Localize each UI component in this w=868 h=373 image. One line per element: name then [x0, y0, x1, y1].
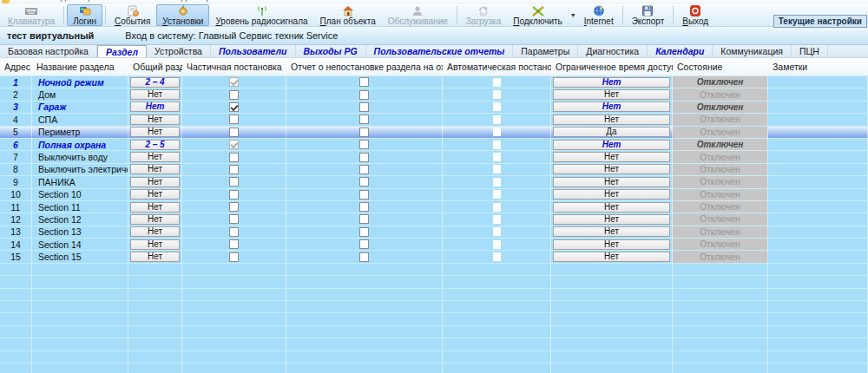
checkbox-unchecked[interactable]: [229, 165, 239, 174]
common-section-value[interactable]: 2 – 5: [130, 140, 180, 150]
checkbox-unchecked[interactable]: [229, 177, 239, 186]
tab-выходы-pg[interactable]: Выходы PG: [296, 45, 366, 57]
limited-access-value[interactable]: Нет: [553, 189, 670, 200]
table-row[interactable]: 2ДомНетНетОтключен: [0, 88, 868, 101]
tab-календари[interactable]: Календари: [648, 45, 713, 57]
checkbox-unchecked[interactable]: [359, 90, 369, 100]
checkbox-unchecked[interactable]: [359, 115, 369, 124]
tab-диагностика[interactable]: Диагностика: [578, 45, 648, 57]
common-section-value[interactable]: Нет: [130, 101, 180, 112]
common-section-value[interactable]: Нет: [130, 252, 180, 262]
common-section-value[interactable]: Нет: [130, 177, 180, 187]
checkbox-unchecked[interactable]: [229, 214, 239, 224]
toolbar-button-house[interactable]: План объекта: [314, 4, 382, 26]
connect-dropdown-caret-icon[interactable]: ▼: [569, 12, 578, 18]
checkbox-unchecked[interactable]: [229, 128, 239, 137]
limited-access-value[interactable]: Нет: [553, 252, 670, 262]
column-header[interactable]: Общий раздел: [128, 58, 182, 75]
checkbox-unchecked[interactable]: [359, 239, 369, 249]
limited-access-value[interactable]: Нет: [553, 164, 670, 174]
toolbar-button-events[interactable]: События: [108, 4, 156, 26]
limited-access-value[interactable]: Нет: [553, 177, 670, 187]
checkbox-unchecked[interactable]: [359, 128, 369, 137]
table-row[interactable]: 4СПАНетНетОтключен: [0, 114, 868, 126]
checkbox-checked[interactable]: [229, 102, 239, 112]
table-row[interactable]: 13Section 13НетНетОтключен: [0, 226, 868, 239]
table-row[interactable]: 14Section 14НетНетОтключен: [0, 239, 868, 251]
table-row[interactable]: 10Section 10НетНетОтключен: [0, 189, 868, 201]
limited-access-value[interactable]: Нет: [553, 89, 670, 100]
checkbox-unchecked[interactable]: [359, 77, 369, 87]
column-header[interactable]: Автоматическая постановка: [443, 58, 551, 75]
column-header[interactable]: Частичная постановка: [182, 58, 286, 75]
tab-устройства[interactable]: Устройства: [147, 45, 211, 57]
checkbox-unchecked[interactable]: [229, 202, 239, 212]
checkbox-unchecked[interactable]: [229, 153, 239, 162]
table-row[interactable]: 12Section 12НетНетОтключен: [0, 213, 868, 226]
limited-access-value[interactable]: Нет: [553, 152, 670, 162]
toolbar-button-signal[interactable]: Уровень радиосигнала: [209, 4, 313, 26]
common-section-value[interactable]: Нет: [130, 89, 180, 100]
tab-раздел[interactable]: Раздел: [97, 45, 147, 57]
table-row[interactable]: 8Выключить электричествоНетНетОтключен: [0, 164, 868, 176]
common-section-value[interactable]: Нет: [130, 214, 180, 225]
checkbox-unchecked[interactable]: [229, 90, 239, 100]
column-header[interactable]: Ограниченное время доступа: [551, 58, 673, 75]
toolbar-button-settings[interactable]: Установки: [156, 4, 209, 26]
limited-access-value[interactable]: Да: [553, 127, 670, 137]
common-section-value[interactable]: Нет: [130, 115, 180, 125]
tab-коммуникация[interactable]: Коммуникация: [713, 45, 792, 57]
checkbox-unchecked[interactable]: [359, 202, 369, 212]
table-row[interactable]: 5ПериметрНетДаОтключен: [0, 127, 868, 139]
table-row[interactable]: 3ГаражНетНетОтключен: [0, 101, 868, 114]
toolbar-button-floppy-export[interactable]: Экспорт: [626, 4, 671, 26]
limited-access-value[interactable]: Нет: [553, 101, 670, 112]
table-row[interactable]: 1Ночной режим2 – 4НетОтключен: [0, 76, 868, 88]
current-settings-tab[interactable]: Текущие настройки: [773, 15, 867, 28]
toolbar-button-exit[interactable]: Выход: [676, 4, 714, 26]
checkbox-unchecked[interactable]: [229, 115, 239, 124]
column-header[interactable]: Заметки: [768, 58, 868, 75]
checkbox-unchecked[interactable]: [359, 140, 369, 149]
checkbox-unchecked[interactable]: [229, 190, 239, 200]
tab-пцн[interactable]: ПЦН: [792, 45, 828, 57]
common-section-value[interactable]: Нет: [130, 202, 180, 213]
table-row[interactable]: 11Section 11НетНетОтключен: [0, 201, 868, 213]
tab-пользователи[interactable]: Пользователи: [211, 45, 296, 57]
column-header[interactable]: Состояние: [673, 58, 768, 75]
column-header[interactable]: Адрес: [0, 58, 32, 75]
limited-access-value[interactable]: Нет: [553, 239, 670, 250]
checkbox-unchecked[interactable]: [359, 153, 369, 162]
toolbar-button-connect[interactable]: Подключить: [507, 4, 569, 26]
table-row[interactable]: 6Полная охрана2 – 5НетОтключен: [0, 139, 868, 151]
checkbox-unchecked[interactable]: [359, 252, 369, 262]
checkbox-unchecked[interactable]: [229, 239, 239, 249]
toolbar-button-login[interactable]: Логин: [67, 4, 102, 26]
checkbox-unchecked[interactable]: [359, 165, 369, 174]
table-row[interactable]: 7Выключить водуНетНетОтключен: [0, 151, 868, 163]
column-header[interactable]: Название раздела: [32, 58, 128, 75]
checkbox-unchecked[interactable]: [359, 227, 369, 237]
limited-access-value[interactable]: Нет: [553, 214, 670, 225]
checkbox-unchecked[interactable]: [359, 190, 369, 200]
tab-пользовательские-отчеты[interactable]: Пользовательские отчеты: [366, 45, 514, 57]
column-header[interactable]: Отчет о непостановке раздела на охрану: [286, 58, 443, 75]
common-section-value[interactable]: Нет: [130, 164, 180, 174]
checkbox-unchecked[interactable]: [359, 177, 369, 186]
checkbox-unchecked[interactable]: [229, 227, 239, 237]
common-section-value[interactable]: Нет: [130, 226, 180, 237]
tab-параметры[interactable]: Параметры: [513, 45, 578, 57]
table-row[interactable]: 9ПАНИКАНетНетОтключен: [0, 176, 868, 188]
checkbox-unchecked[interactable]: [359, 102, 369, 112]
tab-базовая-настройка[interactable]: Базовая настройка: [0, 45, 97, 57]
common-section-value[interactable]: Нет: [130, 239, 180, 250]
limited-access-value[interactable]: Нет: [553, 77, 670, 88]
limited-access-value[interactable]: Нет: [553, 115, 670, 125]
table-row[interactable]: 15Section 15НетНетОтключен: [0, 251, 868, 263]
limited-access-value[interactable]: Нет: [553, 202, 670, 213]
checkbox-unchecked[interactable]: [229, 252, 239, 262]
checkbox-unchecked[interactable]: [359, 214, 369, 224]
common-section-value[interactable]: Нет: [130, 127, 180, 137]
common-section-value[interactable]: 2 – 4: [130, 77, 180, 88]
limited-access-value[interactable]: Нет: [553, 140, 670, 150]
